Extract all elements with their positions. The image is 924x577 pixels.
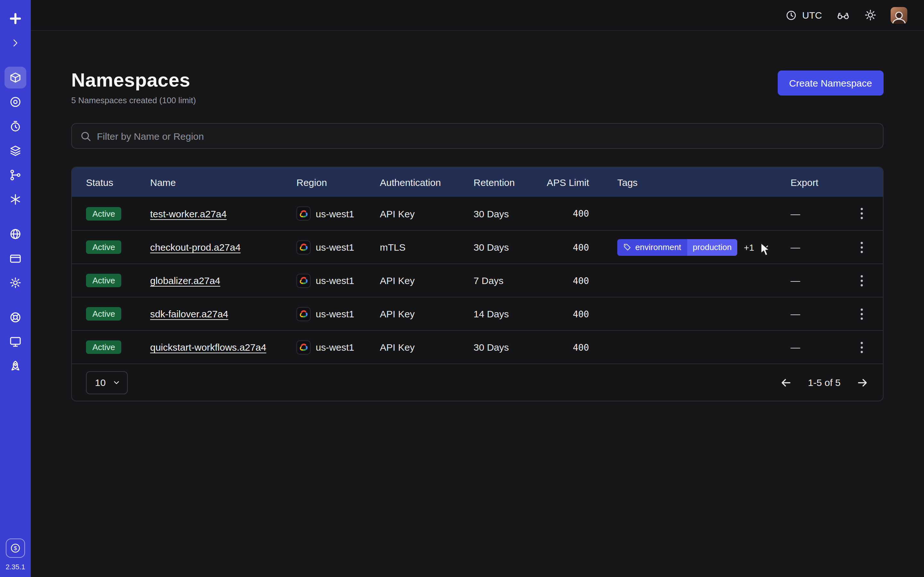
status-badge: Active xyxy=(86,240,121,254)
pagination-range: 1-5 of 5 xyxy=(808,377,841,388)
pagination-controls: 1-5 of 5 xyxy=(780,376,869,389)
namespaces-table: Status Name Region Authentication Retent… xyxy=(71,167,884,401)
user-avatar[interactable] xyxy=(891,7,907,23)
sidebar: $ 2.35.1 xyxy=(0,0,31,577)
row-menu-button[interactable] xyxy=(855,203,869,224)
status-badge: Active xyxy=(86,274,121,287)
namespace-link[interactable]: quickstart-workflows.a27a4 xyxy=(150,342,266,353)
row-menu-button[interactable] xyxy=(855,270,869,291)
google-cloud-icon xyxy=(296,240,310,254)
auth-cell: API Key xyxy=(380,342,473,353)
sidebar-item-getting-started[interactable] xyxy=(5,355,26,377)
timezone-selector[interactable]: UTC xyxy=(785,9,822,21)
timezone-label: UTC xyxy=(802,10,822,21)
next-page-button[interactable] xyxy=(856,376,869,389)
sidebar-item-billing[interactable] xyxy=(5,247,26,269)
cost-dollar-icon[interactable]: $ xyxy=(6,538,25,558)
sidebar-item-docs[interactable] xyxy=(5,331,26,353)
arrow-right-icon xyxy=(856,376,869,389)
topbar: UTC xyxy=(31,0,924,31)
google-cloud-icon xyxy=(296,206,310,221)
search-icon xyxy=(80,131,91,141)
header-auth: Authentication xyxy=(380,177,473,187)
namespace-link[interactable]: test-worker.a27a4 xyxy=(150,208,226,219)
tag-value: production xyxy=(687,239,737,255)
sidebar-item-nexus[interactable] xyxy=(5,189,26,210)
sun-theme-icon[interactable] xyxy=(864,9,877,21)
sidebar-item-batch-operations[interactable] xyxy=(5,164,26,186)
table-body: Active test-worker.a27a4 us-west1 API Ke… xyxy=(72,197,883,364)
row-menu-button[interactable] xyxy=(855,303,869,324)
row-menu-button[interactable] xyxy=(855,237,869,258)
filter-input[interactable] xyxy=(97,131,875,141)
actions-cell xyxy=(855,303,869,324)
header-region: Region xyxy=(296,177,380,187)
tag-pill[interactable]: environment production xyxy=(617,239,738,255)
status-badge: Active xyxy=(86,207,121,220)
region-label: us-west1 xyxy=(316,242,354,253)
tags-group: environment production +1 xyxy=(617,239,770,255)
chevron-down-icon xyxy=(112,378,120,387)
tag-icon xyxy=(623,243,632,251)
region-cell: us-west1 xyxy=(296,240,380,254)
sidebar-item-settings[interactable] xyxy=(5,272,26,293)
status-cell: Active xyxy=(86,240,150,254)
region-cell: us-west1 xyxy=(296,340,380,354)
retention-cell: 14 Days xyxy=(473,308,538,319)
page-title: Namespaces xyxy=(71,69,196,91)
actions-cell xyxy=(855,203,869,224)
namespace-link[interactable]: globalizer.a27a4 xyxy=(150,275,220,286)
retention-cell: 30 Days xyxy=(473,242,538,253)
status-cell: Active xyxy=(86,340,150,354)
collapse-chevron-icon[interactable] xyxy=(5,32,26,54)
status-cell: Active xyxy=(86,307,150,321)
region-label: us-west1 xyxy=(316,208,354,219)
prev-page-button[interactable] xyxy=(780,376,792,389)
actions-cell xyxy=(855,270,869,291)
temporal-logo-icon[interactable] xyxy=(5,8,26,29)
header-export: Export xyxy=(779,177,855,187)
aps-limit-cell: 400 xyxy=(538,276,589,285)
sidebar-item-namespaces[interactable] xyxy=(5,67,26,89)
table-row: Active globalizer.a27a4 us-west1 API Key… xyxy=(72,263,883,297)
export-cell: — xyxy=(779,208,855,219)
status-badge: Active xyxy=(86,340,121,354)
sidebar-item-deployments[interactable] xyxy=(5,140,26,161)
header-status: Status xyxy=(86,177,150,187)
tags-expand-button[interactable] xyxy=(760,242,770,252)
auth-cell: API Key xyxy=(380,208,473,219)
page-subtitle: 5 Namespaces created (100 limit) xyxy=(71,95,196,105)
page-size-select[interactable]: 10 xyxy=(86,371,128,394)
filter-bar xyxy=(71,123,884,149)
page-header: Namespaces 5 Namespaces created (100 lim… xyxy=(71,69,884,105)
reader-glasses-icon[interactable] xyxy=(836,8,850,22)
row-menu-button[interactable] xyxy=(855,337,869,358)
sidebar-item-schedules[interactable] xyxy=(5,115,26,137)
aps-limit-cell: 400 xyxy=(538,242,589,252)
status-cell: Active xyxy=(86,207,150,220)
google-cloud-icon xyxy=(296,274,310,287)
page-title-block: Namespaces 5 Namespaces created (100 lim… xyxy=(71,69,196,105)
sidebar-item-usage[interactable] xyxy=(5,223,26,245)
name-cell: globalizer.a27a4 xyxy=(150,275,296,286)
sidebar-item-workflows[interactable] xyxy=(5,91,26,113)
auth-cell: API Key xyxy=(380,308,473,319)
namespace-link[interactable]: sdk-failover.a27a4 xyxy=(150,308,228,319)
google-cloud-icon xyxy=(296,307,310,321)
table-row: Active test-worker.a27a4 us-west1 API Ke… xyxy=(72,197,883,230)
name-cell: quickstart-workflows.a27a4 xyxy=(150,342,296,353)
google-cloud-icon xyxy=(296,340,310,354)
create-namespace-button[interactable]: Create Namespace xyxy=(778,71,884,95)
table-row: Active quickstart-workflows.a27a4 us-wes… xyxy=(72,330,883,364)
aps-limit-cell: 400 xyxy=(538,342,589,352)
svg-text:$: $ xyxy=(14,545,17,551)
export-cell: — xyxy=(779,242,855,253)
sidebar-item-support[interactable] xyxy=(5,306,26,328)
namespace-link[interactable]: checkout-prod.a27a4 xyxy=(150,242,241,253)
actions-cell xyxy=(855,337,869,358)
app-version: 2.35.1 xyxy=(5,563,25,571)
arrow-left-icon xyxy=(780,376,792,389)
tag-key: environment xyxy=(635,242,681,252)
table-row: Active sdk-failover.a27a4 us-west1 API K… xyxy=(72,297,883,330)
retention-cell: 7 Days xyxy=(473,275,538,286)
